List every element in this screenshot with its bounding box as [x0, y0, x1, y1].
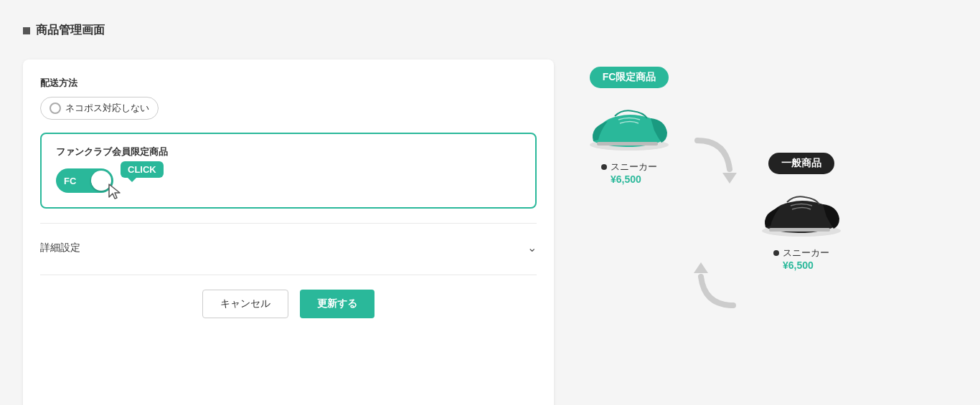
- arrows-column: [690, 67, 740, 339]
- fc-section-title: ファンクラブ会員限定商品: [56, 146, 521, 158]
- fc-product-price: ¥6,500: [601, 173, 657, 185]
- page-title: 商品管理画面: [36, 23, 105, 38]
- details-section: 詳細設定 ⌄: [40, 223, 537, 260]
- svg-marker-3: [694, 262, 708, 273]
- general-product-name: スニーカー: [783, 247, 829, 259]
- fc-sneaker-image: [583, 98, 676, 155]
- fc-product-dot: [601, 164, 607, 170]
- fc-product-info: スニーカー ¥6,500: [601, 161, 657, 185]
- general-sneaker-image: [755, 184, 848, 241]
- fc-section: ファンクラブ会員限定商品 FC CLICK: [40, 133, 537, 209]
- illustration-panel: FC限定商品: [583, 59, 848, 339]
- fc-toggle[interactable]: FC: [56, 168, 113, 193]
- general-product-column: 一般商品: [755, 153, 848, 271]
- chevron-down-icon: ⌄: [527, 241, 537, 254]
- svg-marker-2: [722, 173, 737, 184]
- arrow-down-icon: [690, 133, 740, 186]
- main-form-panel: 配送方法 ネコポス対応しない ファンクラブ会員限定商品 FC CLICK: [23, 59, 554, 405]
- svg-rect-5: [769, 228, 830, 232]
- svg-rect-1: [597, 142, 658, 146]
- cancel-button[interactable]: キャンセル: [202, 290, 288, 318]
- delivery-section: 配送方法 ネコポス対応しない: [40, 77, 537, 120]
- button-row: キャンセル 更新する: [40, 275, 537, 318]
- general-product-info: スニーカー ¥6,500: [773, 247, 829, 271]
- arrow-up-icon: [690, 262, 740, 315]
- nekoposu-label: ネコポス対応しない: [65, 102, 149, 115]
- radio-circle: [50, 103, 61, 114]
- title-square-icon: [23, 27, 30, 34]
- update-button[interactable]: 更新する: [300, 290, 374, 318]
- details-row[interactable]: 詳細設定 ⌄: [40, 235, 537, 260]
- toggle-fc-label: FC: [64, 176, 76, 186]
- fc-badge: FC限定商品: [590, 67, 669, 88]
- general-product-dot: [773, 250, 779, 256]
- nekoposu-option[interactable]: ネコポス対応しない: [40, 97, 159, 120]
- general-product-price: ¥6,500: [773, 259, 829, 271]
- click-bubble: CLICK: [121, 161, 164, 178]
- general-badge: 一般商品: [768, 153, 834, 174]
- cursor-icon: [108, 183, 123, 205]
- toggle-row: FC CLICK: [56, 168, 521, 193]
- details-label: 詳細設定: [40, 242, 80, 254]
- page-title-area: 商品管理画面: [23, 23, 957, 38]
- delivery-label: 配送方法: [40, 77, 537, 90]
- fc-product-column: FC限定商品: [583, 67, 676, 185]
- fc-product-name: スニーカー: [611, 161, 657, 173]
